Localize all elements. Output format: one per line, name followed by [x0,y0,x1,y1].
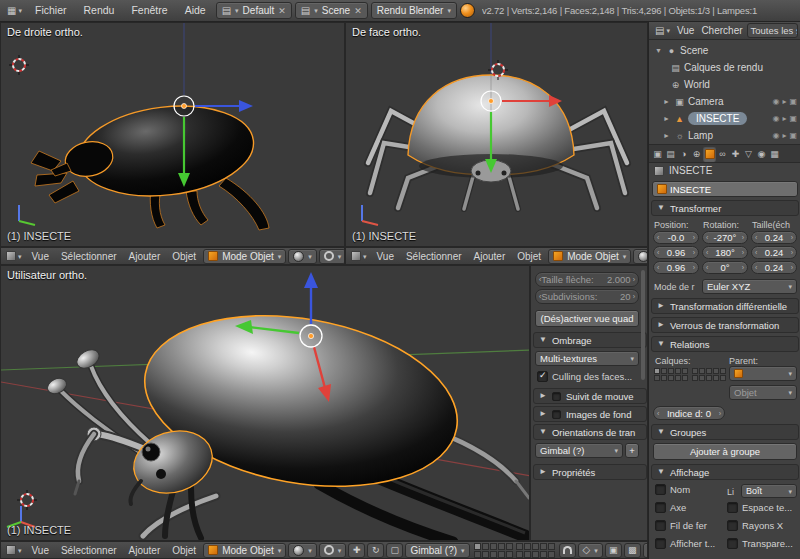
transform-locks-panel-header[interactable]: ► Verrous de transformation [651,317,799,333]
menu-selectionner[interactable]: Sélectionner [56,251,122,262]
subdivisions-field[interactable]: ‹ Subdivisions: 20 › [535,289,639,304]
outliner-menu-vue[interactable]: Vue [674,25,697,36]
layer-toggle[interactable] [540,543,547,550]
outliner-item-insecte[interactable]: ► ▲ INSECTE ◉▸▣ [649,110,800,127]
eye-icon[interactable]: ◉ [772,114,779,123]
checkbox-icon[interactable] [655,538,666,549]
selectable-icon[interactable]: ▸ [782,131,786,140]
render-restrict-icon[interactable]: ▣ [789,114,797,123]
pivot-select[interactable]: ▾ [319,543,347,558]
layer-toggle[interactable] [540,551,547,558]
outliner-item-scene[interactable]: ▼ ● Scene [649,42,800,59]
object-name-field[interactable]: INSECTE [652,181,798,197]
tab-world-icon[interactable]: ⊕ [690,146,703,162]
viewport-shading-select[interactable]: ▾ [633,249,648,264]
scale-z-field[interactable]: ‹0.24› [751,261,797,274]
layer-toggle[interactable] [506,551,513,558]
eye-icon[interactable]: ◉ [772,131,779,140]
menu-ajouter[interactable]: Ajouter [124,545,166,556]
render-restrict-icon[interactable]: ▣ [789,97,797,106]
layer-toggle[interactable] [532,543,539,550]
opengl-render-button[interactable]: ▣ [605,543,622,558]
checkbox-icon[interactable] [727,538,738,549]
render-engine-select[interactable]: Rendu Blender ▾ [371,2,457,19]
show-all-edges-checkbox[interactable]: Afficher t... [655,538,715,549]
expand-icon[interactable]: ► [662,98,671,105]
close-icon[interactable]: ✕ [278,6,286,16]
scrollbar[interactable] [641,270,645,380]
tab-object-data-icon[interactable]: ▽ [742,146,755,162]
viewport-user-ortho[interactable]: Utilisateur ortho. (1) INSECTE [0,265,530,541]
toggle-quad-view-button[interactable]: (Dés)activer vue quad [535,310,639,327]
tab-render-layers-icon[interactable]: ▤ [664,146,677,162]
checkbox-icon[interactable] [727,520,738,531]
layer-toggle[interactable] [474,551,481,558]
menu-fenetre[interactable]: Fenêtre [124,0,174,21]
manipulator-translate-button[interactable]: ✚ [348,543,365,558]
display-panel-header[interactable]: ▼ Affichage [651,464,799,480]
orientation-select[interactable]: Gimbal (?) ▾ [535,443,623,458]
menu-objet[interactable]: Objet [512,251,546,262]
editor-type-button[interactable]: ▾ [3,543,25,558]
layer-toggle[interactable] [524,551,531,558]
layer-toggle[interactable] [668,375,674,381]
position-z-field[interactable]: ‹0.96› [653,261,699,274]
xray-checkbox[interactable]: Rayons X [727,520,783,531]
layer-toggle[interactable] [706,368,712,374]
shading-panel-header[interactable]: ▼ Ombrage [533,332,647,348]
layer-toggle[interactable] [490,551,497,558]
layer-toggle[interactable] [498,543,505,550]
motion-tracking-checkbox[interactable] [552,392,561,401]
menu-selectionner[interactable]: Sélectionner [401,251,467,262]
rotation-mode-select[interactable]: Euler XYZ ▾ [702,279,797,294]
render-restrict-icon[interactable]: ▣ [789,131,797,140]
layer-toggle[interactable] [699,368,705,374]
menu-vue[interactable]: Vue [27,545,54,556]
add-to-group-button[interactable]: Ajouter à groupe [653,443,797,460]
layers-group-2[interactable] [516,543,555,558]
outliner-item-render-layers[interactable]: ▤ Calques de rendu [649,59,800,76]
manipulator-rotate-button[interactable]: ↻ [367,543,384,558]
transform-orientation-select[interactable]: Gimbal (?) ▾ [405,543,469,558]
menu-ajouter[interactable]: Ajouter [124,251,166,262]
info-editor-type-button[interactable]: ▦▾ [4,3,25,18]
wireframe-checkbox[interactable]: Fil de fer [655,520,707,531]
increment-icon[interactable]: › [633,276,635,283]
background-images-checkbox[interactable] [552,410,561,419]
layer-toggle[interactable] [668,368,674,374]
beetle-user-view[interactable] [45,293,529,541]
transform-panel-header[interactable]: ▼ Transformer [651,200,799,216]
tab-scene-icon[interactable]: ◑ [677,146,690,162]
tab-render-icon[interactable]: ▣ [651,146,664,162]
snap-magnet-button[interactable] [559,543,576,558]
layer-toggle[interactable] [682,368,688,374]
rotation-y-field[interactable]: ‹180°› [702,246,748,259]
expand-icon[interactable]: ▼ [654,47,663,54]
orientations-panel-header[interactable]: ▼ Orientations de tran [533,424,647,440]
viewport-canvas-front[interactable] [346,23,648,247]
scene-selector[interactable]: ▤▾ Scene ✕ [295,2,368,19]
parent-type-select[interactable]: Objet ▾ [729,385,797,400]
checkbox-icon[interactable] [655,502,666,513]
menu-vue[interactable]: Vue [372,251,399,262]
layer-toggle[interactable] [720,368,726,374]
menu-objet[interactable]: Objet [167,251,201,262]
expand-icon[interactable]: ► [662,115,671,122]
layer-toggle[interactable] [498,551,505,558]
layer-toggle[interactable] [482,543,489,550]
outliner-item-lamp[interactable]: ► ☼ Lamp ◉▸▣ [649,127,800,144]
add-orientation-button[interactable]: + [625,443,639,458]
layer-toggle[interactable] [692,375,698,381]
mode-select[interactable]: Mode Objet▾ [203,543,286,558]
tab-modifiers-icon[interactable]: ✚ [729,146,742,162]
texture-mode-select[interactable]: Multi-textures ▾ [535,351,639,366]
editor-type-button[interactable]: ▾ [348,249,370,264]
background-images-panel-header[interactable]: ► Images de fond [533,406,647,422]
viewport-right-ortho[interactable]: De droite ortho. (1) INSECTE [0,22,345,247]
arrow-size-field[interactable]: ‹ Taille flèche: 2.000 › [535,272,639,287]
menu-objet[interactable]: Objet [167,545,201,556]
pivot-select[interactable]: ▾ [319,249,345,264]
layer-toggle[interactable] [699,375,705,381]
axis-z-handle[interactable] [239,100,253,112]
decrement-icon[interactable]: ‹ [657,410,659,417]
